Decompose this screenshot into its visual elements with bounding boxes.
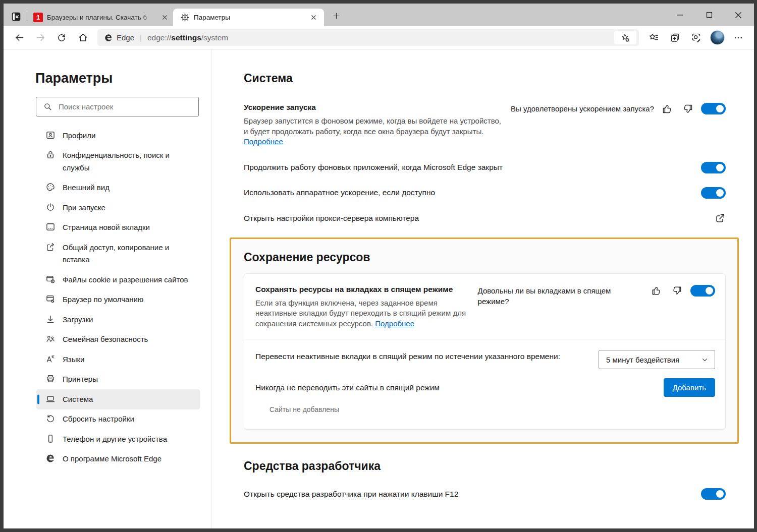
sidebar-item-label: Браузер по умолчанию: [63, 293, 193, 306]
tab-actions-menu-icon[interactable]: [10, 11, 22, 23]
sidebar-item-label: О программе Microsoft Edge: [63, 453, 193, 465]
learn-more-link[interactable]: Подробнее: [244, 137, 283, 146]
printer-icon: [45, 374, 56, 386]
startup-boost-toggle[interactable]: [701, 103, 726, 114]
setting-label: Открыть настройки прокси-сервера компьют…: [244, 214, 419, 223]
sidebar-item-label: Телефон и другие устройства: [63, 433, 193, 446]
sidebar-item-system[interactable]: Система: [36, 389, 200, 409]
address-bar[interactable]: Edge | edge://settings/system: [97, 29, 639, 46]
toolbar: Edge | edge://settings/system: [4, 26, 754, 49]
refresh-icon[interactable]: [51, 29, 72, 47]
tab-title: Браузеры и плагины. Скачать б: [47, 14, 155, 21]
sidebar-item-label: Система: [63, 393, 193, 406]
settings-search-box[interactable]: [36, 97, 199, 116]
sleeping-tabs-description: Если эта функция включена, через заданно…: [255, 298, 478, 329]
settings-menu-ellipsis-icon[interactable]: [728, 29, 749, 47]
thumbs-up-icon[interactable]: [651, 285, 663, 297]
titlebar: 1 Браузеры и плагины. Скачать б Параметр…: [4, 4, 754, 26]
sidebar-item-label: Языки: [63, 353, 193, 366]
sidebar-item-cookies-permissions[interactable]: Файлы cookie и разрешения сайтов: [36, 270, 200, 290]
sidebar-item-privacy[interactable]: Конфиденциальность, поиск и службы: [36, 146, 200, 178]
avatar: [710, 30, 725, 45]
thumbs-up-icon[interactable]: [662, 103, 674, 115]
add-favorite-star-icon[interactable]: [614, 31, 636, 44]
search-icon: [43, 102, 52, 111]
web-capture-icon[interactable]: [685, 29, 707, 47]
languages-icon: [45, 354, 56, 366]
developer-tools-title: Средства разработчика: [244, 459, 726, 473]
page-title: Система: [244, 72, 726, 85]
external-link-icon[interactable]: [715, 213, 726, 224]
proxy-setting[interactable]: Открыть настройки прокси-сервера компьют…: [244, 213, 726, 224]
sleeping-tabs-feedback: Довольны ли вы вкладками в спящем режиме…: [478, 285, 715, 307]
tab-settings[interactable]: Параметры: [173, 9, 324, 26]
power-icon: [45, 202, 56, 214]
maximize-icon[interactable]: [694, 4, 724, 26]
sidebar-item-on-startup[interactable]: При запуске: [36, 198, 200, 218]
system-laptop-icon: [45, 394, 56, 406]
f12-setting: Открыть средства разработчика при нажати…: [244, 488, 726, 500]
setting-label: Открыть средства разработчика при нажати…: [244, 490, 458, 499]
sidebar-item-new-tab-page[interactable]: Страница новой вкладки: [36, 218, 200, 238]
startup-boost-setting: Ускорение запуска Браузер запустится в ф…: [244, 103, 726, 147]
lock-icon: [45, 150, 56, 174]
minimize-icon[interactable]: [665, 4, 694, 26]
window-controls: [665, 4, 753, 26]
url-separator: |: [140, 33, 142, 42]
background-apps-toggle[interactable]: [701, 162, 726, 173]
sidebar-item-appearance[interactable]: Внешний вид: [36, 178, 200, 198]
add-site-button[interactable]: Добавить: [664, 378, 715, 397]
sidebar-item-reset-settings[interactable]: Сбросить настройки: [36, 409, 200, 430]
sidebar-item-label: Загрузки: [63, 314, 193, 326]
sidebar-item-share-copy-paste[interactable]: Общий доступ, копирование и вставка: [36, 238, 200, 270]
feedback-question: Вы удовлетворены ускорением запуска?: [511, 103, 654, 114]
browser-window: 1 Браузеры и плагины. Скачать б Параметр…: [4, 4, 754, 528]
sleeping-tabs-card: Сохранять ресурсы на вкладках в спящем р…: [244, 273, 726, 430]
never-sleep-setting: Никогда не переводить эти сайты в спящий…: [255, 371, 715, 397]
collections-icon[interactable]: [664, 29, 685, 47]
setting-label: Использовать аппаратное ускорение, если …: [244, 188, 435, 197]
sidebar-item-default-browser[interactable]: Браузер по умолчанию: [36, 290, 200, 310]
thumbs-down-icon[interactable]: [681, 103, 693, 115]
hardware-acceleration-toggle[interactable]: [701, 187, 726, 199]
gear-icon: [180, 13, 190, 22]
tab-close-icon[interactable]: [159, 12, 170, 23]
settings-sidebar: Параметры Профили Конфиденциальность, по…: [4, 49, 211, 528]
startup-boost-feedback: Вы удовлетворены ускорением запуска?: [511, 103, 726, 115]
tab-browsers-plugins[interactable]: 1 Браузеры и плагины. Скачать б: [27, 9, 173, 26]
search-input[interactable]: [58, 102, 198, 111]
sidebar-item-label: При запуске: [63, 202, 193, 214]
sidebar-item-label: Внешний вид: [63, 182, 193, 194]
share-icon: [45, 242, 56, 266]
favorites-icon[interactable]: [643, 29, 664, 47]
sidebar-item-downloads[interactable]: Загрузки: [36, 310, 200, 330]
profile-avatar[interactable]: [707, 29, 728, 47]
sleeping-tabs-toggle[interactable]: [690, 285, 715, 297]
tab-close-icon[interactable]: [308, 12, 319, 23]
thumbs-down-icon[interactable]: [671, 285, 683, 297]
new-tab-button[interactable]: [330, 9, 343, 22]
sidebar-item-label: Страница новой вкладки: [63, 221, 193, 234]
palette-icon: [45, 182, 56, 194]
sidebar-item-family-safety[interactable]: Семейная безопасность: [36, 330, 200, 350]
sidebar-item-profiles[interactable]: Профили: [36, 126, 200, 146]
cookies-icon: [45, 274, 56, 286]
sidebar-item-languages[interactable]: Языки: [36, 349, 200, 370]
f12-toggle[interactable]: [701, 488, 726, 500]
feedback-question: Довольны ли вы вкладками в спящем режиме…: [478, 285, 644, 307]
back-icon[interactable]: [9, 29, 30, 47]
sidebar-item-label: Сбросить настройки: [63, 413, 193, 426]
sidebar-item-about-edge[interactable]: О программе Microsoft Edge: [36, 449, 200, 469]
sidebar-item-phone-devices[interactable]: Телефон и другие устройства: [36, 429, 200, 449]
setting-label: Никогда не переводить эти сайты в спящий…: [255, 383, 440, 392]
resource-saving-highlight-section: Сохранение ресурсов Сохранять ресурсы на…: [230, 238, 739, 444]
sidebar-item-printers[interactable]: Принтеры: [36, 370, 200, 390]
sidebar-item-label: Файлы cookie и разрешения сайтов: [63, 274, 193, 286]
sleep-timeout-dropdown[interactable]: 5 минут бездействия: [599, 350, 715, 369]
empty-sites-message: Сайты не добавлены: [269, 405, 715, 413]
default-browser-icon: [45, 294, 56, 306]
sidebar-title: Параметры: [35, 71, 211, 86]
close-icon[interactable]: [724, 4, 753, 26]
learn-more-link[interactable]: Подробнее: [375, 319, 414, 328]
home-icon[interactable]: [72, 29, 93, 47]
